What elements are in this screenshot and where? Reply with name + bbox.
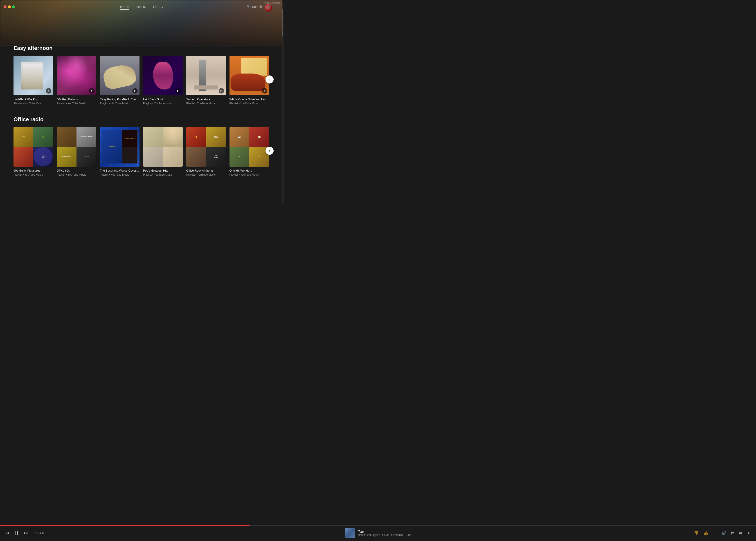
carousel-next-easy-afternoon[interactable]: › [265, 76, 274, 84]
window-frame: ← → Home Hotlist Library 🔍 Search EARLY … [0, 0, 283, 206]
play-icon-laidback-80s: ▶ [46, 88, 51, 94]
card-subtitle-drive: Playlist • YouTube Music [229, 102, 269, 105]
card-office-rock[interactable]: 🤘 AEROSMITH ♫ [186, 127, 226, 176]
card-subtitle-one-hit: Playlist • YouTube Music [229, 173, 269, 176]
close-button[interactable] [4, 5, 7, 8]
play-icon-pop-rock: ▶ [132, 88, 138, 94]
card-90s-guilty[interactable]: CKY 🌿 ♫ 🔊 [13, 127, 53, 176]
card-thumb-office-80s: ♪ COMBAT ROCK GREATEST SHOW [57, 127, 96, 167]
card-smooth-operators[interactable]: ▶ Smooth Operators Playlist • YouTube Mu… [186, 56, 226, 105]
card-title-pops-greatest: Pop's Greatest Hits [143, 169, 183, 172]
titlebar: ← → Home Hotlist Library 🔍 Search EARLY … [0, 0, 283, 13]
card-pops-greatest[interactable]: ♦ Pop's Greatest Hits Playlist • YouTube… [143, 127, 183, 176]
back-button[interactable]: ← [20, 4, 25, 10]
section-title-office-radio: Office radio [13, 116, 43, 123]
nav-right: 🔍 Search EARLY ACCESS 🎵 [247, 2, 280, 12]
card-office-80s[interactable]: ♪ COMBAT ROCK GREATEST SHOW [57, 127, 96, 176]
card-thumb-laidback-80s-pop: ▶ [13, 56, 53, 95]
early-access-label: EARLY ACCESS [265, 2, 280, 4]
card-80s-ballads[interactable]: ▶ 80s Pop Ballads Playlist • YouTube Mus… [57, 56, 96, 105]
cards-row-office-radio: CKY 🌿 ♫ 🔊 [13, 127, 270, 176]
card-subtitle-office-80s: Playlist • YouTube Music [57, 173, 96, 176]
card-thumb-pops-greatest: ♦ [143, 127, 183, 167]
card-thumb-90s-guilty: CKY 🌿 ♫ 🔊 [13, 127, 53, 167]
section-header-office-radio: Office radio [13, 116, 270, 123]
cards-container-easy-afternoon: ▶ Laid-Back 80s Pop Playlist • YouTube M… [13, 56, 270, 105]
card-subtitle-pops-greatest: Playlist • YouTube Music [143, 173, 183, 176]
card-title-90s-guilty: 90s Guilty Pleasures [13, 169, 53, 172]
card-subtitle-80s-ballads: Playlist • YouTube Music [57, 102, 96, 105]
minimize-button[interactable] [8, 5, 11, 8]
card-title-smooth: Smooth Operators [186, 98, 226, 101]
card-title-office-rock: Office Rock Anthems [186, 169, 226, 172]
card-laidback-80s-pop[interactable]: ▶ Laid-Back 80s Pop Playlist • YouTube M… [13, 56, 53, 105]
card-subtitle-soul: Playlist • YouTube Music [143, 102, 183, 105]
play-icon-soul: ▶ [175, 88, 181, 94]
section-easy-afternoon: Easy afternoon ▶ Laid-Back 80s Pop Playl… [13, 45, 270, 105]
cards-row-easy-afternoon: ▶ Laid-Back 80s Pop Playlist • YouTube M… [13, 56, 270, 105]
scrollbar-thumb [282, 9, 283, 36]
card-title-one-hit: One-Hit Wonders [229, 169, 269, 172]
card-subtitle-office-rock: Playlist • YouTube Music [186, 173, 226, 176]
card-title-laidback-80s: Laid-Back 80s Pop [13, 98, 53, 101]
card-title-office-80s: Office 80s [57, 169, 96, 172]
card-cover-versions[interactable]: Weezer FUNKY DANCE ★ The Best (and Worst… [100, 127, 139, 176]
card-thumb-smooth: ▶ [186, 56, 226, 95]
tab-hotlist[interactable]: Hotlist [136, 4, 146, 10]
traffic-lights [4, 5, 15, 8]
card-subtitle-smooth: Playlist • YouTube Music [186, 102, 226, 105]
card-thumb-office-rock: 🤘 AEROSMITH ♫ [186, 127, 226, 167]
card-subtitle-cover-versions: Playlist • YouTube Music [100, 173, 139, 176]
search-label: Search [252, 5, 262, 9]
card-drive-home[interactable]: ▶ Who's Gonna Drive You Home? Playlist •… [229, 56, 269, 105]
card-thumb-pop-rock: ▶ [100, 56, 139, 95]
card-subtitle-90s-guilty: Playlist • YouTube Music [13, 173, 53, 176]
tab-home[interactable]: Home [120, 4, 129, 10]
section-title-easy-afternoon: Easy afternoon [13, 45, 52, 51]
nav-tabs: Home Hotlist Library [120, 4, 163, 10]
section-header-easy-afternoon: Easy afternoon [13, 45, 270, 51]
fullscreen-button[interactable] [12, 5, 15, 8]
card-subtitle-pop-rock: Playlist • YouTube Music [100, 102, 139, 105]
card-thumb-one-hit: ☕ 🌅 ★ ☀ [229, 127, 269, 167]
play-icon-smooth: ▶ [219, 88, 224, 94]
main-content: Easy afternoon ▶ Laid-Back 80s Pop Playl… [0, 45, 283, 206]
card-laidback-soul[interactable]: ▶ Laid-Back Soul Playlist • YouTube Musi… [143, 56, 183, 105]
card-thumb-cover-versions: Weezer FUNKY DANCE ★ [100, 127, 139, 167]
card-thumb-drive: ▶ [229, 56, 269, 95]
card-thumb-80s-ballads: ▶ [57, 56, 96, 95]
search-icon: 🔍 [247, 5, 251, 9]
card-title-cover-versions: The Best (and Worst) Cover Versions of A… [100, 169, 139, 172]
avatar[interactable]: 🎵 [265, 4, 272, 11]
card-title-80s-ballads: 80s Pop Ballads [57, 98, 96, 101]
avatar-image: 🎵 [265, 4, 272, 11]
nav-arrows: ← → [20, 4, 33, 10]
forward-button[interactable]: → [27, 4, 33, 10]
play-icon-drive: ▶ [262, 88, 267, 94]
card-title-soul: Laid-Back Soul [143, 98, 183, 101]
tab-library[interactable]: Library [153, 4, 163, 10]
card-title-drive: Who's Gonna Drive You Home? [229, 98, 269, 101]
card-subtitle-laidback-80s: Playlist • YouTube Music [13, 102, 53, 105]
search-area[interactable]: 🔍 Search [247, 5, 262, 9]
section-office-radio: Office radio CKY 🌿 [13, 116, 270, 176]
cards-container-office-radio: CKY 🌿 ♫ 🔊 [13, 127, 270, 176]
card-title-pop-rock: Easy Rolling Pop-Rock Classics [100, 98, 139, 101]
card-one-hit[interactable]: ☕ 🌅 ★ ☀ [229, 127, 269, 176]
play-icon-80s-ballads: ▶ [89, 88, 95, 94]
scrollbar[interactable] [282, 0, 283, 206]
card-pop-rock[interactable]: ▶ Easy Rolling Pop-Rock Classics Playlis… [100, 56, 139, 105]
card-thumb-laidback-soul: ▶ [143, 56, 183, 95]
carousel-next-office-radio[interactable]: › [265, 147, 274, 155]
